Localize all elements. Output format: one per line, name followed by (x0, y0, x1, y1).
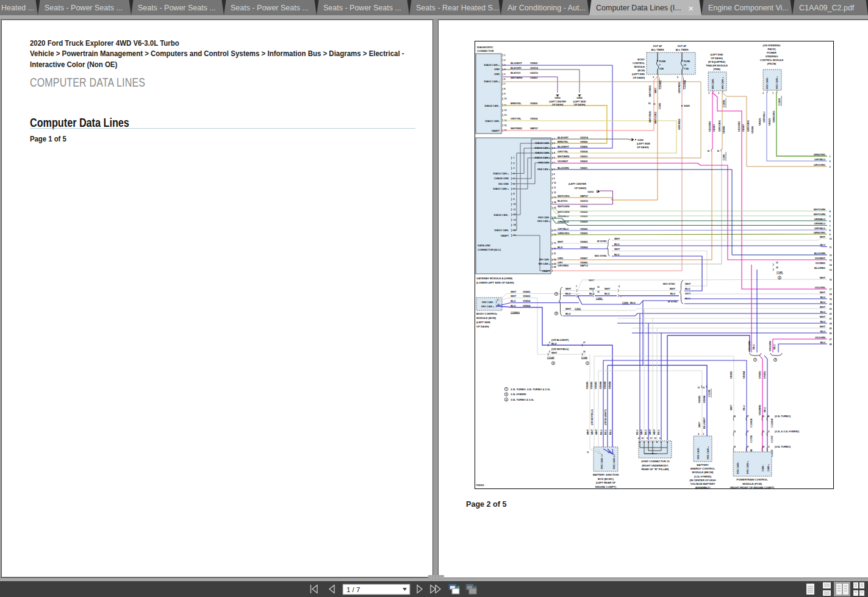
svg-text:(IF EQUIPPED): (IF EQUIPPED) (708, 60, 726, 63)
svg-text:C248: C248 (658, 103, 661, 109)
svg-text:VIO/GRN: VIO/GRN (748, 341, 751, 351)
svg-text:HOT AT: HOT AT (678, 45, 687, 48)
svg-text:MS CAN -: MS CAN - (711, 77, 714, 89)
svg-text:BLU: BLU (742, 406, 745, 410)
svg-text:WHT: WHT (820, 315, 826, 318)
svg-text:DIAG1 CAN -: DIAG1 CAN - (536, 151, 551, 154)
svg-text:VD805: VD805 (698, 395, 701, 403)
svg-text:DIAG2 CAN -: DIAG2 CAN - (536, 141, 551, 145)
svg-text:2: 2 (708, 92, 709, 95)
svg-text:5: 5 (504, 73, 506, 76)
svg-text:14: 14 (554, 201, 556, 204)
svg-text:HOT AT: HOT AT (653, 45, 662, 48)
svg-text:3: 3 (830, 166, 831, 168)
svg-text:BLU: BLU (604, 430, 607, 435)
svg-text:ENERGY CONTROL: ENERGY CONTROL (690, 467, 715, 470)
svg-text:GRY/BLU: GRY/BLU (762, 112, 766, 123)
svg-text:DIAG1 CAN-: DIAG1 CAN- (486, 120, 500, 123)
svg-text:C1381B: C1381B (750, 418, 753, 427)
svg-text:W SYNC: W SYNC (597, 240, 607, 243)
svg-text:1 / 7: 1 / 7 (346, 586, 360, 593)
svg-text:VD826: VD826 (580, 227, 588, 231)
svg-text:VD805: VD805 (580, 145, 588, 148)
svg-text:708363: 708363 (476, 484, 484, 487)
svg-text:VD834: VD834 (530, 117, 538, 120)
svg-text:2: 2 (779, 277, 780, 279)
svg-text:C1147: C1147 (547, 356, 554, 359)
svg-text:5: 5 (647, 437, 648, 440)
svg-text:BLU: BLU (820, 320, 825, 323)
svg-text:9: 9 (554, 177, 555, 180)
svg-text:(LOWER LEFT SIDE OF DASH): (LOWER LEFT SIDE OF DASH) (476, 281, 514, 284)
svg-text:MS CAN +: MS CAN + (539, 262, 551, 265)
svg-text:HS1 CAN +: HS1 CAN + (706, 446, 709, 459)
svg-text:DIAG1 CAN +: DIAG1 CAN + (534, 156, 550, 159)
svg-text:1: 1 (772, 92, 773, 95)
svg-text:VD833: VD833 (580, 155, 588, 158)
svg-text:VD804: VD804 (608, 381, 611, 389)
svg-text:OF DASH): OF DASH) (476, 325, 489, 328)
svg-text:C2280G: C2280G (511, 311, 520, 314)
svg-text:WHT: WHT (685, 292, 691, 295)
svg-text:14: 14 (514, 224, 516, 226)
svg-text:WHT: WHT (654, 87, 657, 93)
svg-text:VD865: VD865 (580, 240, 588, 243)
svg-text:36: 36 (707, 150, 709, 152)
svg-text:31: 31 (653, 103, 656, 105)
svg-text:BLK/GRY: BLK/GRY (558, 136, 569, 139)
svg-text:OF DASH): OF DASH) (711, 57, 723, 60)
svg-text:GRY/YEL: GRY/YEL (511, 117, 522, 120)
svg-text:C192: C192 (581, 356, 587, 359)
svg-text:WHT/BRN: WHT/BRN (558, 155, 569, 158)
svg-text:(RIGHT UNDERBODY,: (RIGHT UNDERBODY, (642, 464, 669, 467)
svg-text:VD805: VD805 (523, 295, 531, 298)
svg-text:CAN -: CAN - (761, 464, 764, 471)
svg-text:(PSCM): (PSCM) (767, 62, 777, 65)
svg-text:VD830: VD830 (580, 205, 588, 208)
svg-text:2: 2 (830, 160, 831, 163)
svg-text:WHT/GRN: WHT/GRN (814, 208, 825, 211)
svg-text:7: 7 (576, 285, 577, 288)
svg-text:VBATT: VBATT (542, 270, 551, 273)
svg-text:OF DASH): OF DASH) (552, 103, 564, 106)
svg-text:WHT: WHT (586, 429, 589, 435)
svg-text:3: 3 (775, 359, 776, 361)
svg-text:HS1 CAN -: HS1 CAN - (482, 301, 495, 304)
svg-text:12: 12 (504, 109, 507, 112)
svg-text:VD831: VD831 (580, 166, 588, 170)
svg-text:GRY/ORG: GRY/ORG (747, 120, 750, 132)
svg-text:9: 9 (514, 198, 515, 201)
svg-text:BLU: BLU (820, 301, 825, 304)
svg-text:GD214: GD214 (530, 66, 539, 70)
svg-text:GD216: GD216 (580, 199, 589, 202)
svg-text:(3.0L TURBO): (3.0L TURBO) (775, 445, 791, 448)
svg-text:11: 11 (587, 451, 589, 454)
svg-text:10: 10 (554, 182, 556, 184)
svg-text:GND: GND (494, 73, 500, 76)
svg-text:BLU: BLU (752, 345, 755, 349)
svg-text:GATEWAY MODULE A (GWM): GATEWAY MODULE A (GWM) (476, 277, 512, 280)
svg-text:CONNECTOR (DLC): CONNECTOR (DLC) (478, 248, 501, 251)
svg-text:C145: C145 (777, 271, 783, 274)
svg-text:RACK): RACK) (768, 48, 777, 51)
svg-text:35: 35 (717, 150, 719, 152)
svg-text:1: 1 (504, 54, 506, 57)
svg-text:C289: C289 (596, 297, 602, 300)
svg-text:VD807: VD807 (742, 124, 745, 132)
svg-text:VD806: VD806 (751, 126, 754, 134)
svg-text:GND: GND (494, 68, 500, 71)
svg-text:WHT: WHT (640, 429, 643, 435)
svg-text:27: 27 (830, 338, 832, 341)
svg-text:2: 2 (506, 393, 507, 396)
svg-text:(LEFT END: (LEFT END (711, 53, 723, 56)
svg-text:DIAG1 CAN-: DIAG1 CAN- (495, 229, 509, 232)
svg-text:1: 1 (514, 157, 515, 159)
svg-text:BLU/GRN: BLU/GRN (814, 252, 825, 255)
svg-text:ALL TIMES: ALL TIMES (675, 48, 688, 51)
svg-text:15: 15 (830, 269, 832, 271)
svg-text:(TRM): (TRM) (713, 68, 720, 71)
svg-text:BLU: BLU (630, 301, 635, 304)
svg-text:WHT: WHT (698, 421, 701, 427)
svg-text:BLU: BLU (558, 246, 562, 249)
svg-text:10: 10 (830, 238, 832, 240)
